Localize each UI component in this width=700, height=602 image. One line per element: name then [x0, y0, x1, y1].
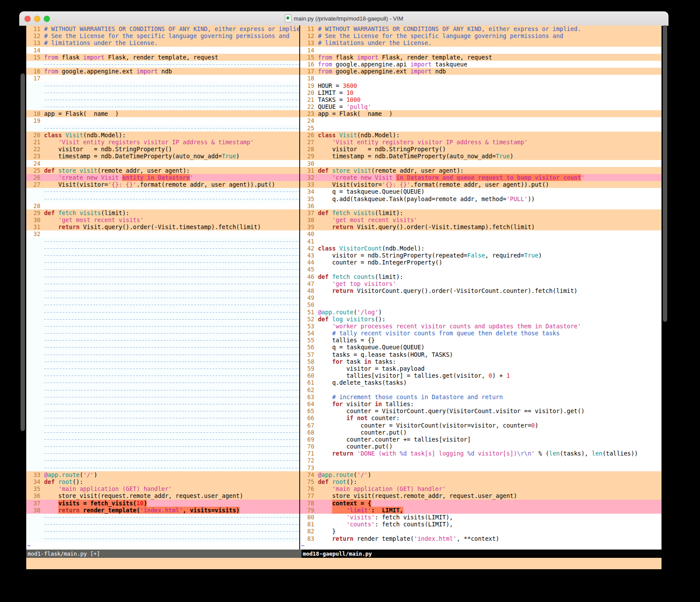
code-line: 17: [26, 75, 299, 82]
filler-dashes: [44, 376, 299, 376]
diff-filler-line: [26, 238, 299, 245]
code-line: 27 'Visit entity registers visitor IP ad…: [300, 139, 662, 146]
line-number: 57: [300, 351, 318, 358]
line-number: 56: [300, 344, 318, 351]
line-number: 64: [300, 400, 318, 407]
line-number: 80: [300, 514, 318, 521]
line-number: 48: [300, 287, 318, 294]
code-line: 12# See the License for the specific lan…: [300, 32, 662, 39]
line-number: 77: [300, 492, 318, 499]
diff-filler-line: [26, 309, 299, 316]
code-line: 17from google.appengine.ext import ndb: [300, 68, 662, 75]
diff-filler-line: [26, 386, 299, 393]
code-line: 29def fetch_visits(limit):: [26, 209, 299, 216]
code-line: 26class Visit(ndb.Model):: [300, 132, 662, 139]
code-line: 60 tallies[visitor] = tallies.get(visito…: [300, 372, 662, 379]
diff-filler-line: [26, 301, 299, 308]
line-number: 79: [300, 507, 318, 514]
code-line: 37 visits = fetch_visits(10): [26, 500, 299, 507]
left-pane-buffer[interactable]: 11# WITHOUT WARRANTIES OR CONDITIONS OF …: [26, 25, 299, 550]
code-line: 18app = Flask(__name__): [26, 110, 299, 117]
diff-filler-line: [26, 450, 299, 457]
code-line: 21 'Visit entity registers visitor IP ad…: [26, 139, 299, 146]
code-line: 13# limitations under the License.: [26, 39, 299, 46]
tilde-marker: ~: [26, 542, 31, 549]
code-line: 64 for visitor in tallies:: [300, 400, 662, 407]
code-line: 16from google.appengine.ext import ndb: [26, 68, 299, 75]
code-line: 46def fetch_counts(limit):: [300, 273, 662, 280]
line-number: 39: [300, 223, 318, 230]
code-line: 25: [300, 125, 662, 132]
code-line: 45: [300, 266, 662, 273]
code-line: 31 return Visit.query().order(-Visit.tim…: [26, 223, 299, 230]
line-number: 31: [300, 167, 318, 174]
code-line: 31def store_visit(remote_addr, user_agen…: [300, 167, 662, 174]
line-number: 11: [300, 25, 318, 32]
left-pane-scrollbar-thumb[interactable]: [21, 73, 25, 431]
code-line: 20LIMIT = 10: [300, 89, 662, 96]
code-line: 24: [26, 160, 299, 167]
line-number: 21: [26, 139, 44, 146]
code-line: 43 visitor = ndb.StringProperty(repeated…: [300, 252, 662, 259]
diff-filler-line: [26, 521, 299, 528]
line-number: 34: [26, 478, 44, 485]
filler-dashes: [44, 531, 299, 532]
diff-filler-line: [26, 82, 299, 89]
right-pane-scrollbar-thumb[interactable]: [663, 25, 667, 322]
code-line: 20class Visit(ndb.Model):: [26, 132, 299, 139]
line-number: 24: [300, 117, 318, 124]
code-line: 68 counter.put(): [300, 429, 662, 436]
filler-dashes: [44, 269, 299, 270]
filler-dashes: [44, 390, 299, 390]
line-number: 82: [300, 528, 318, 535]
diff-filler-line: [26, 400, 299, 407]
line-number: 55: [300, 337, 318, 344]
code-line: 72: [300, 457, 662, 464]
line-number: 34: [300, 188, 318, 195]
code-line: 28: [26, 202, 299, 209]
diff-filler-line: [26, 266, 299, 273]
line-number: 19: [300, 82, 318, 89]
line-number: 45: [300, 266, 318, 273]
code-line: 15from flask import Flask, render_templa…: [26, 54, 299, 61]
diff-filler-line: [26, 245, 299, 252]
line-number: 49: [300, 294, 318, 301]
filler-dashes: [44, 425, 299, 426]
window-title-area: main.py (/private/tmp/mod18-gaepull) - V…: [19, 11, 668, 25]
line-number: 17: [300, 68, 318, 75]
diff-filler-line: [26, 294, 299, 301]
filler-dashes: [44, 284, 299, 284]
line-number: 44: [300, 259, 318, 266]
code-line: 65 counter = VisitorCount.query(VisitorC…: [300, 407, 662, 414]
filler-dashes: [44, 446, 299, 447]
line-number: 18: [300, 75, 318, 82]
line-number: 22: [300, 103, 318, 110]
code-line: 14: [26, 47, 299, 54]
right-pane-buffer[interactable]: 11# WITHOUT WARRANTIES OR CONDITIONS OF …: [300, 25, 662, 550]
title-bar: main.py (/private/tmp/mod18-gaepull) - V…: [19, 11, 668, 26]
filler-dashes: [44, 468, 299, 468]
line-number: 21: [300, 96, 318, 103]
diff-filler-line: [26, 379, 299, 386]
line-number: 52: [300, 316, 318, 323]
line-number: 11: [26, 25, 44, 32]
filler-dashes: [44, 369, 299, 369]
code-line: 33 Visit(visitor='{}: {}'.format(remote_…: [300, 181, 662, 188]
code-line: 11# WITHOUT WARRANTIES OR CONDITIONS OF …: [26, 25, 299, 32]
code-line: 81 'counts': fetch_counts(LIMIT),: [300, 521, 662, 528]
filler-dashes: [44, 291, 299, 291]
code-line: 78 context = {: [300, 500, 662, 507]
code-line: 52def log_visitors():: [300, 316, 662, 323]
filler-dashes: [44, 517, 299, 518]
code-line: 73: [300, 464, 662, 471]
code-line: 38 'get most recent visits': [300, 216, 662, 223]
line-number: 41: [300, 238, 318, 245]
line-number: 38: [26, 507, 44, 514]
code-line: 32 'create new Visit in Datastore and qu…: [300, 174, 662, 181]
diff-filler-line: [26, 287, 299, 294]
code-line: 71 return 'DONE (with %d task[s] logging…: [300, 450, 662, 457]
line-number: 42: [300, 245, 318, 252]
code-line: 23app = Flask(__name__): [300, 110, 662, 117]
filler-dashes: [44, 248, 299, 249]
code-line: 53 'worker processes recent visitor coun…: [300, 323, 662, 330]
